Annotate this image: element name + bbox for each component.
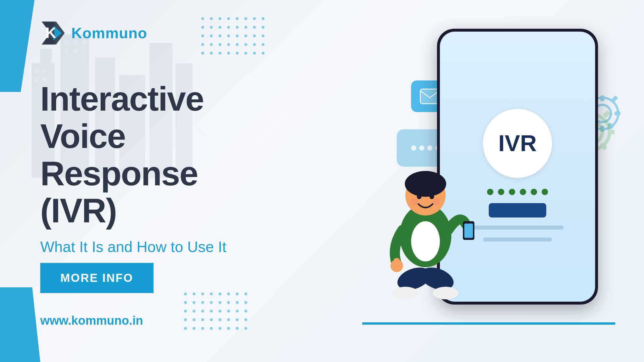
svg-rect-61	[394, 258, 400, 266]
dot-grid-bottom	[184, 292, 251, 333]
dot-grid-top	[201, 17, 268, 58]
svg-rect-31	[615, 111, 620, 115]
logo-area: K Kommuno	[40, 20, 147, 46]
svg-point-49	[405, 171, 446, 197]
ivr-circle: IVR	[483, 109, 552, 178]
svg-rect-1	[40, 49, 52, 63]
headline-line1: Interactive Voice	[40, 80, 253, 155]
svg-rect-15	[73, 49, 78, 53]
headline-line2: Response (IVR)	[40, 155, 253, 230]
svg-rect-55	[464, 224, 473, 238]
svg-rect-8	[42, 69, 46, 73]
svg-rect-41	[608, 130, 615, 134]
svg-text:K: K	[45, 24, 56, 41]
svg-point-50	[417, 195, 421, 199]
kommuno-logo-icon: K	[40, 20, 66, 46]
phone-line-1	[471, 226, 564, 230]
svg-rect-28	[600, 95, 604, 101]
svg-rect-24	[420, 89, 439, 104]
svg-rect-7	[34, 69, 39, 73]
subheadline: What It Is and How to Use It	[40, 238, 253, 255]
svg-point-51	[430, 195, 434, 199]
headline-area: Interactive Voice Response (IVR) What It…	[40, 80, 253, 255]
main-headline: Interactive Voice Response (IVR)	[40, 80, 253, 230]
phone-area: IVR	[420, 23, 598, 325]
svg-point-58	[392, 287, 418, 299]
svg-rect-9	[34, 78, 39, 82]
bg-shape-bottom-left	[0, 287, 40, 362]
brand-name: Kommuno	[71, 24, 147, 42]
phone-line-2	[483, 238, 552, 242]
password-dots	[487, 189, 548, 195]
svg-rect-14	[65, 49, 69, 53]
svg-point-53	[433, 198, 440, 205]
page-background: K Kommuno Interactive Voice Response (IV…	[0, 0, 644, 362]
svg-point-47	[411, 221, 440, 261]
ivr-label: IVR	[498, 130, 536, 157]
website-url: www.kommuno.in	[40, 314, 143, 328]
svg-point-59	[433, 287, 459, 299]
svg-rect-44	[603, 110, 611, 118]
phone-button	[489, 203, 546, 217]
more-info-button[interactable]: MORE INFO	[40, 263, 154, 293]
phone-accent-line	[362, 322, 615, 325]
svg-point-52	[411, 198, 418, 205]
person-illustration	[368, 155, 483, 316]
